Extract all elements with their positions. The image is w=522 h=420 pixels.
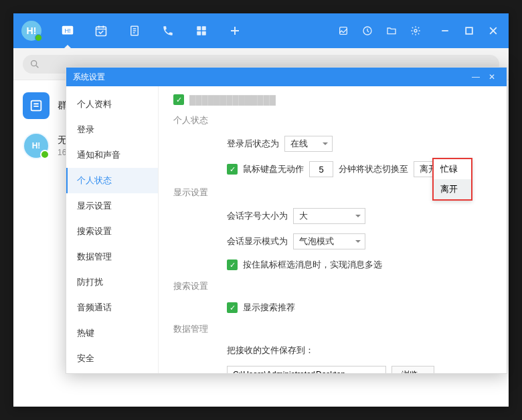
svg-point-10 bbox=[414, 29, 417, 32]
svg-point-12 bbox=[31, 60, 37, 66]
svg-rect-7 bbox=[202, 31, 206, 35]
history-icon[interactable] bbox=[360, 23, 375, 38]
sidebar-item-security[interactable]: 安全 bbox=[66, 346, 158, 371]
maximize-icon[interactable] bbox=[462, 23, 476, 38]
settings-modal: 系统设置 — ✕ 个人资料 登录 通知和声音 个人状态 显示设置 搜索设置 数据… bbox=[66, 67, 507, 374]
checkbox-idle[interactable]: ✓ bbox=[227, 164, 238, 175]
sidebar-item-data[interactable]: 数据管理 bbox=[66, 244, 158, 270]
section-title-search: 搜索设置 bbox=[173, 280, 492, 292]
svg-rect-5 bbox=[202, 26, 206, 30]
screenshot-icon[interactable] bbox=[336, 23, 351, 38]
modal-titlebar: 系统设置 — ✕ bbox=[66, 68, 507, 86]
sidebar-item-search[interactable]: 搜索设置 bbox=[66, 219, 158, 244]
minimize-icon[interactable] bbox=[438, 23, 452, 38]
sidebar-item-login[interactable]: 登录 bbox=[66, 117, 158, 142]
topbar-icons: H! bbox=[60, 23, 242, 38]
svg-text:H!: H! bbox=[64, 27, 70, 34]
checkbox-icon[interactable]: ✓ bbox=[173, 94, 184, 105]
svg-rect-8 bbox=[340, 27, 347, 35]
doc-icon[interactable] bbox=[127, 23, 142, 38]
dropdown-option-busy[interactable]: 忙碌 bbox=[434, 159, 471, 179]
font-size-select[interactable]: 大 bbox=[293, 208, 365, 224]
section-title-status: 个人状态 bbox=[173, 114, 492, 126]
browse-button[interactable]: 浏览... bbox=[392, 366, 434, 373]
user-avatar[interactable]: H! bbox=[21, 21, 41, 41]
sidebar-item-audio[interactable]: 音频通话 bbox=[66, 295, 158, 320]
modal-title: 系统设置 bbox=[73, 72, 105, 83]
sidebar-item-notifications[interactable]: 通知和声音 bbox=[66, 142, 158, 168]
display-mode-select[interactable]: 气泡模式 bbox=[293, 233, 365, 249]
close-icon[interactable] bbox=[486, 23, 501, 38]
checkbox-search-rec[interactable]: ✓ bbox=[227, 302, 238, 313]
display-mode-label: 会话显示模式为 bbox=[227, 235, 288, 247]
sidebar-item-hotkeys[interactable]: 热键 bbox=[66, 320, 158, 346]
checkbox-multiselect[interactable]: ✓ bbox=[227, 259, 238, 270]
group-avatar-icon bbox=[23, 92, 50, 119]
section-title-data: 数据管理 bbox=[173, 323, 492, 335]
sidebar-item-dnd[interactable]: 防打扰 bbox=[66, 270, 158, 295]
login-status-label: 登录后状态为 bbox=[227, 138, 279, 150]
font-size-label: 会话字号大小为 bbox=[227, 210, 288, 222]
calendar-icon[interactable] bbox=[94, 23, 108, 38]
sidebar-item-profile[interactable]: 个人资料 bbox=[66, 92, 158, 117]
settings-sidebar: 个人资料 登录 通知和声音 个人状态 显示设置 搜索设置 数据管理 防打扰 音频… bbox=[66, 86, 159, 373]
settings-content: ✓ ██████████████ 个人状态 登录后状态为 在线 ✓ 鼠标键盘无动… bbox=[159, 86, 507, 373]
phone-icon[interactable] bbox=[161, 23, 175, 38]
sidebar-item-display[interactable]: 显示设置 bbox=[66, 193, 158, 219]
svg-rect-6 bbox=[197, 31, 201, 35]
search-icon bbox=[29, 59, 40, 70]
topbar: H! H! bbox=[13, 13, 509, 48]
sidebar-item-update[interactable]: 自动更新 bbox=[66, 371, 158, 373]
apps-icon[interactable] bbox=[194, 23, 209, 38]
svg-rect-2 bbox=[96, 27, 106, 35]
search-rec-label: 显示搜索推荐 bbox=[243, 302, 295, 314]
modal-close-icon[interactable]: ✕ bbox=[484, 72, 500, 82]
sidebar-item-status[interactable]: 个人状态 bbox=[66, 168, 158, 193]
topbar-right bbox=[336, 23, 501, 38]
idle-label-mid: 分钟将状态切换至 bbox=[339, 163, 408, 175]
svg-rect-11 bbox=[466, 27, 472, 34]
svg-rect-4 bbox=[197, 26, 201, 30]
idle-minutes-input[interactable] bbox=[309, 161, 333, 177]
user-avatar-icon: H! bbox=[23, 132, 50, 159]
save-path-label: 把接收的文件保存到： bbox=[227, 344, 314, 356]
modal-minimize-icon[interactable]: — bbox=[468, 72, 484, 82]
window-controls bbox=[438, 23, 501, 38]
dropdown-option-away[interactable]: 离开 bbox=[434, 179, 471, 199]
multiselect-label: 按住鼠标框选消息时，实现消息多选 bbox=[243, 259, 382, 271]
save-path-input[interactable] bbox=[227, 366, 386, 373]
status-dropdown: 忙碌 离开 bbox=[432, 158, 472, 201]
login-status-select[interactable]: 在线 bbox=[284, 136, 333, 152]
folder-icon[interactable] bbox=[384, 23, 399, 38]
plus-icon[interactable] bbox=[228, 23, 242, 38]
idle-label-pre: 鼠标键盘无动作 bbox=[243, 163, 304, 175]
chat-icon[interactable]: H! bbox=[60, 23, 75, 38]
gear-icon[interactable] bbox=[408, 23, 423, 38]
